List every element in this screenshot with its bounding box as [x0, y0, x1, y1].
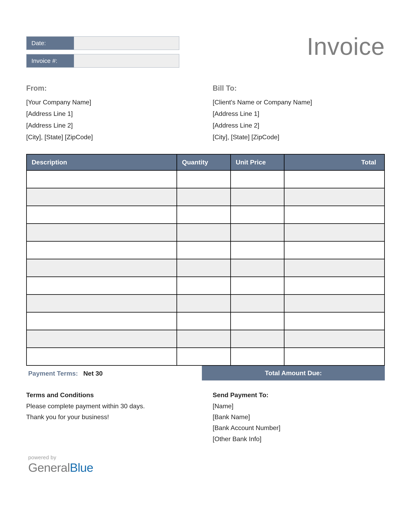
- table-row: [27, 259, 385, 277]
- table-row: [27, 171, 385, 188]
- table-row: [27, 277, 385, 294]
- table-row: [27, 294, 385, 312]
- table-cell[interactable]: [231, 348, 284, 366]
- total-amount-due: Total Amount Due:: [202, 366, 385, 380]
- from-line: [Your Company Name]: [26, 96, 198, 108]
- invoice-number-field: Invoice #:: [26, 54, 179, 68]
- table-cell[interactable]: [27, 188, 177, 206]
- table-cell[interactable]: [284, 348, 385, 366]
- date-input[interactable]: [74, 37, 179, 50]
- table-cell[interactable]: [231, 330, 284, 348]
- table-cell[interactable]: [177, 171, 231, 188]
- bill-to-line: [Address Line 1]: [213, 108, 385, 120]
- table-cell[interactable]: [231, 188, 284, 206]
- th-total: Total: [284, 154, 385, 171]
- table-cell[interactable]: [284, 312, 385, 330]
- table-cell[interactable]: [177, 312, 231, 330]
- send-payment-line: [Bank Name]: [213, 411, 385, 422]
- table-cell[interactable]: [27, 206, 177, 224]
- table-row: [27, 348, 385, 366]
- table-cell[interactable]: [177, 294, 231, 312]
- send-payment-line: [Other Bank Info]: [213, 433, 385, 444]
- meta-fields: Date: Invoice #:: [26, 36, 179, 72]
- table-cell[interactable]: [231, 224, 284, 241]
- payment-terms-value: Net 30: [84, 370, 103, 377]
- table-cell[interactable]: [27, 241, 177, 259]
- table-cell[interactable]: [177, 277, 231, 294]
- send-payment-line: [Bank Account Number]: [213, 422, 385, 433]
- from-line: [Address Line 2]: [26, 120, 198, 131]
- bill-to-line: [Address Line 2]: [213, 120, 385, 131]
- table-row: [27, 224, 385, 241]
- table-cell[interactable]: [27, 294, 177, 312]
- table-cell[interactable]: [284, 330, 385, 348]
- table-cell[interactable]: [284, 206, 385, 224]
- from-block: From: [Your Company Name] [Address Line …: [26, 82, 198, 143]
- bill-to-heading: Bill To:: [213, 82, 385, 95]
- th-description: Description: [27, 154, 177, 171]
- table-row: [27, 241, 385, 259]
- table-cell[interactable]: [284, 171, 385, 188]
- table-cell[interactable]: [284, 277, 385, 294]
- send-payment-block: Send Payment To: [Name] [Bank Name] [Ban…: [213, 390, 385, 444]
- bill-to-line: [City], [State] [ZipCode]: [213, 131, 385, 143]
- table-cell[interactable]: [231, 206, 284, 224]
- table-cell[interactable]: [284, 188, 385, 206]
- payment-terms-label: Payment Terms:: [28, 370, 78, 377]
- table-cell[interactable]: [177, 259, 231, 277]
- table-cell[interactable]: [27, 312, 177, 330]
- page-title: Invoice: [307, 34, 385, 58]
- footer: powered by GeneralBlue: [28, 455, 385, 475]
- from-line: [City], [State] [ZipCode]: [26, 131, 198, 143]
- from-heading: From:: [26, 82, 198, 95]
- items-table: Description Quantity Unit Price Total: [26, 154, 385, 366]
- from-line: [Address Line 1]: [26, 108, 198, 120]
- date-label: Date:: [27, 37, 74, 50]
- send-payment-heading: Send Payment To:: [213, 390, 385, 400]
- table-cell[interactable]: [177, 241, 231, 259]
- powered-by-label: powered by: [28, 455, 385, 461]
- table-cell[interactable]: [177, 224, 231, 241]
- terms-line: Thank you for your business!: [26, 411, 198, 422]
- table-cell[interactable]: [27, 171, 177, 188]
- table-cell[interactable]: [27, 348, 177, 366]
- bill-to-block: Bill To: [Client's Name or Company Name]…: [213, 82, 385, 143]
- th-unit-price: Unit Price: [231, 154, 284, 171]
- table-cell[interactable]: [284, 224, 385, 241]
- items-tbody: [27, 171, 385, 366]
- table-cell[interactable]: [27, 224, 177, 241]
- th-quantity: Quantity: [177, 154, 231, 171]
- table-cell[interactable]: [231, 294, 284, 312]
- table-cell[interactable]: [284, 294, 385, 312]
- payment-terms: Payment Terms: Net 30: [26, 366, 202, 380]
- table-cell[interactable]: [177, 348, 231, 366]
- table-cell[interactable]: [177, 330, 231, 348]
- table-row: [27, 312, 385, 330]
- table-cell[interactable]: [284, 241, 385, 259]
- logo-part2: Blue: [70, 461, 93, 474]
- table-cell[interactable]: [231, 259, 284, 277]
- table-cell[interactable]: [27, 259, 177, 277]
- table-row: [27, 188, 385, 206]
- table-cell[interactable]: [177, 206, 231, 224]
- table-cell[interactable]: [231, 171, 284, 188]
- table-cell[interactable]: [231, 312, 284, 330]
- generalblue-logo: GeneralBlue: [28, 461, 385, 475]
- date-field: Date:: [26, 36, 179, 50]
- total-amount-due-label: Total Amount Due:: [265, 369, 322, 377]
- logo-part1: General: [28, 461, 70, 474]
- table-row: [27, 330, 385, 348]
- table-cell[interactable]: [177, 188, 231, 206]
- table-cell[interactable]: [231, 241, 284, 259]
- bill-to-line: [Client's Name or Company Name]: [213, 96, 385, 108]
- table-row: [27, 206, 385, 224]
- invoice-number-label: Invoice #:: [27, 54, 74, 67]
- invoice-number-input[interactable]: [74, 54, 179, 67]
- table-cell[interactable]: [27, 330, 177, 348]
- table-cell[interactable]: [231, 277, 284, 294]
- table-cell[interactable]: [284, 259, 385, 277]
- terms-block: Terms and Conditions Please complete pay…: [26, 390, 198, 444]
- send-payment-line: [Name]: [213, 401, 385, 411]
- table-cell[interactable]: [27, 277, 177, 294]
- terms-heading: Terms and Conditions: [26, 390, 198, 400]
